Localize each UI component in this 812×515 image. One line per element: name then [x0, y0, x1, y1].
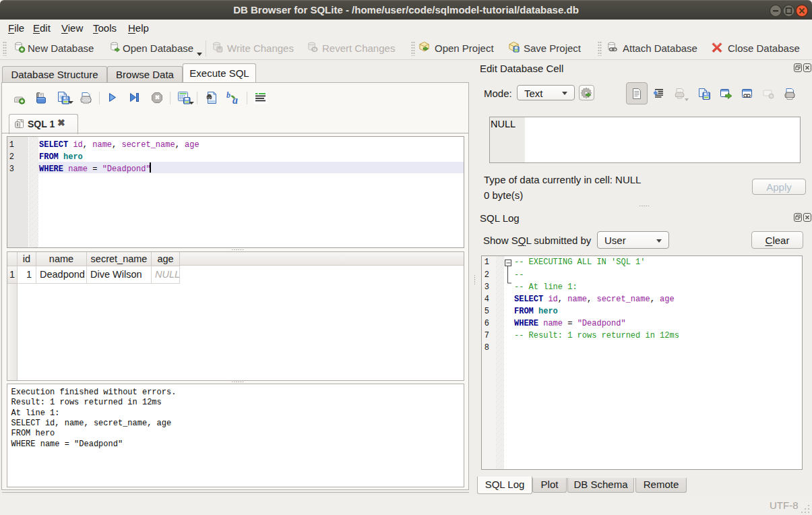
svg-text:b: b	[226, 91, 230, 100]
